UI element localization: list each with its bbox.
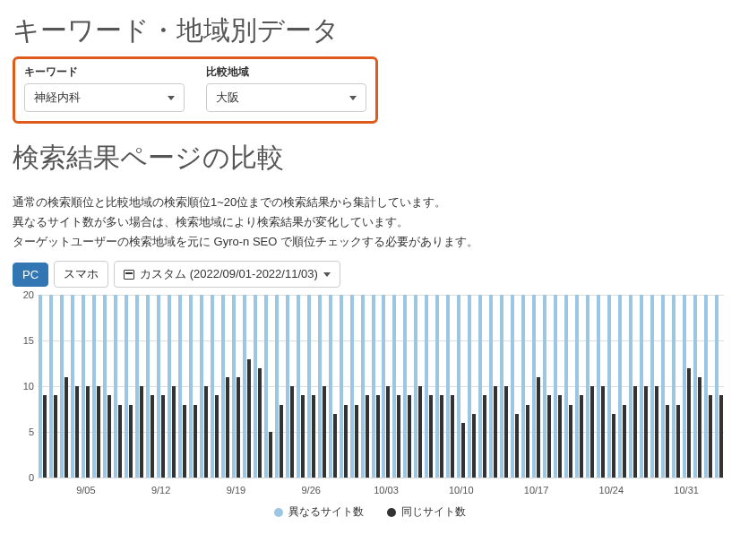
bar-diff [372, 295, 375, 478]
bar-same [429, 395, 433, 478]
bar-group [553, 295, 564, 478]
bar-diff [49, 295, 53, 478]
keyword-dropdown[interactable]: 神経内科 [24, 83, 185, 112]
bar-group [284, 295, 295, 478]
bar-diff [564, 295, 568, 478]
bar-diff [457, 295, 460, 478]
calendar-icon [124, 269, 134, 280]
bar-group [692, 295, 702, 478]
bar-same [633, 386, 637, 478]
bar-group [199, 295, 210, 478]
bar-diff [211, 295, 214, 478]
bar-same [376, 395, 380, 478]
bar-same [301, 395, 305, 478]
x-axis-tick: 10/17 [524, 485, 549, 495]
bar-diff [125, 295, 128, 478]
bar-diff [672, 295, 675, 478]
y-axis-tick: 15 [13, 335, 34, 346]
bar-same [504, 386, 508, 478]
bar-diff [60, 295, 64, 478]
bar-same [558, 395, 562, 478]
bar-same [418, 386, 422, 478]
chart-controls: PC スマホ カスタム (2022/09/01-2022/11/03) [13, 261, 727, 288]
bar-same [590, 386, 594, 478]
bar-group [649, 295, 659, 478]
x-axis-tick: 10/31 [674, 485, 699, 495]
bar-diff [521, 295, 525, 478]
bar-diff [468, 295, 471, 478]
bar-same [75, 386, 79, 478]
bar-diff [189, 295, 193, 478]
bar-group [59, 295, 70, 478]
bar-diff [178, 295, 182, 478]
bar-diff [446, 295, 450, 478]
bar-same [655, 386, 658, 478]
bar-same [709, 395, 712, 478]
bar-group [252, 295, 262, 478]
bar-diff [650, 295, 654, 478]
bar-group [563, 295, 573, 478]
bar-diff [135, 295, 139, 478]
bar-group [38, 295, 48, 478]
x-axis-tick: 10/24 [599, 485, 624, 495]
bar-diff [403, 295, 407, 478]
bar-diff [693, 295, 697, 478]
bar-same [569, 405, 572, 478]
bar-same [237, 377, 240, 478]
bar-group [156, 295, 167, 478]
bar-diff [586, 295, 589, 478]
y-axis-tick: 10 [13, 381, 34, 392]
bar-same [269, 432, 272, 478]
bar-same [644, 386, 648, 478]
bar-group [348, 295, 359, 478]
bar-diff [157, 295, 160, 478]
date-range-button[interactable]: カスタム (2022/09/01-2022/11/03) [114, 261, 340, 288]
bar-group [273, 295, 284, 478]
bar-diff [361, 295, 365, 478]
bar-same [719, 395, 723, 478]
region-dropdown[interactable]: 大阪 [206, 83, 366, 112]
tab-smartphone[interactable]: スマホ [54, 261, 108, 288]
date-range-label: カスタム (2022/09/01-2022/11/03) [140, 266, 318, 282]
bar-same [355, 405, 358, 478]
bar-same [547, 395, 551, 478]
legend-dot-icon [274, 508, 283, 517]
legend-item-diff[interactable]: 異なるサイト数 [274, 504, 364, 520]
bar-same [290, 386, 294, 478]
bar-group [167, 295, 177, 478]
bar-diff [254, 295, 257, 478]
bar-same [526, 405, 529, 478]
bar-group [573, 295, 584, 478]
bar-diff [597, 295, 600, 478]
bar-group [659, 295, 670, 478]
bar-group [295, 295, 305, 478]
chevron-down-icon [349, 96, 357, 100]
bar-diff [414, 295, 417, 478]
bar-same [204, 386, 208, 478]
bar-diff [607, 295, 611, 478]
bar-diff [532, 295, 536, 478]
bar-same [612, 414, 615, 478]
bar-same [472, 414, 476, 478]
bar-group [359, 295, 370, 478]
region-value: 大阪 [216, 90, 239, 106]
bar-group [542, 295, 553, 478]
bar-same [65, 377, 68, 478]
bar-diff [575, 295, 579, 478]
bar-group [713, 295, 724, 478]
tab-pc[interactable]: PC [13, 263, 48, 287]
bar-same [515, 414, 519, 478]
bar-diff [39, 295, 42, 478]
bar-same [623, 405, 626, 478]
bar-group [531, 295, 542, 478]
bar-group [584, 295, 595, 478]
bar-diff [146, 295, 150, 478]
bar-same [344, 405, 348, 478]
chevron-down-icon [168, 96, 175, 100]
bar-group [499, 295, 510, 478]
legend-item-same[interactable]: 同じサイト数 [387, 504, 466, 520]
keyword-label: キーワード [24, 65, 185, 80]
bar-group [134, 295, 145, 478]
bar-diff [554, 295, 557, 478]
bar-same [366, 395, 369, 478]
